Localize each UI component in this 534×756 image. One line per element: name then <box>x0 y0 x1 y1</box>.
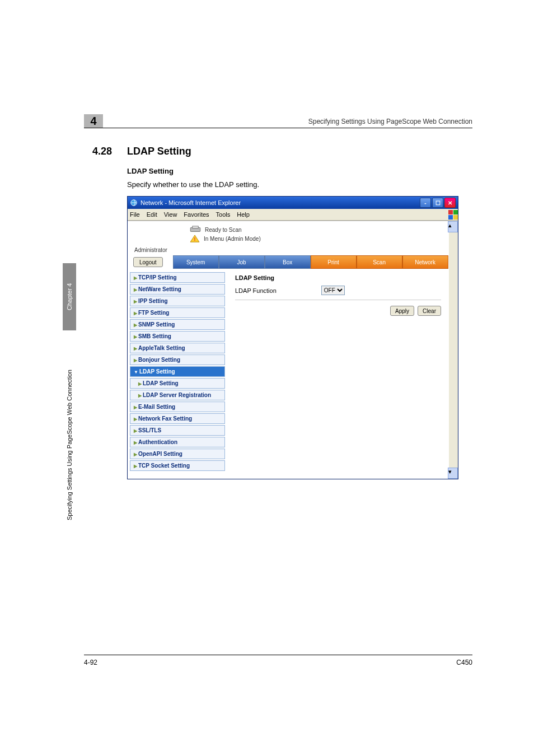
menu-view[interactable]: View <box>164 211 177 218</box>
divider <box>235 300 441 300</box>
tab-box[interactable]: Box <box>265 255 311 269</box>
tab-system[interactable]: System <box>173 255 219 269</box>
sidebar-item-label: IPP Setting <box>138 298 168 304</box>
windows-logo-icon <box>448 209 458 220</box>
window-titlebar: Network - Microsoft Internet Explorer ‐ … <box>128 197 458 209</box>
close-button[interactable]: ✕ <box>444 198 456 208</box>
body-text: Specify whether to use the LDAP setting. <box>127 180 259 189</box>
field-label-ldap-function: LDAP Function <box>235 287 277 294</box>
sidebar-item-label: LDAP Setting <box>139 368 175 375</box>
sidebar-item-label: Bonjour Setting <box>138 357 180 363</box>
form-row-ldap-function: LDAP Function OFF <box>235 286 441 295</box>
menu-help[interactable]: Help <box>237 211 250 218</box>
tab-row: Logout System Job Box Print Scan Network <box>128 255 449 269</box>
sidebar-item-label: TCP/IP Setting <box>138 274 177 281</box>
tab-print[interactable]: Print <box>311 255 357 269</box>
sidebar-item-label: FTP Setting <box>138 310 169 316</box>
sidebar-item-email[interactable]: ▶E-Mail Setting <box>130 402 225 412</box>
sidebar-item-label: SSL/TLS <box>138 427 161 433</box>
sidebar-item-auth[interactable]: ▶Authentication <box>130 437 225 447</box>
ldap-function-select[interactable]: OFF <box>321 286 345 295</box>
tab-scan[interactable]: Scan <box>357 255 402 269</box>
side-running-text: Specifying Settings Using PageScope Web … <box>63 330 76 560</box>
sidebar-item-label: TCP Socket Setting <box>138 463 190 469</box>
page-header: 4 Specifying Settings Using PageScope We… <box>84 112 472 128</box>
clear-button[interactable]: Clear <box>418 306 441 316</box>
ie-icon <box>130 199 138 207</box>
sidebar-item-label: LDAP Setting <box>143 380 179 386</box>
admin-label: Administrator <box>128 247 449 255</box>
printer-icon <box>189 226 202 234</box>
chapter-number: 4 <box>90 115 96 128</box>
section-heading: 4.28 LDAP Setting <box>92 146 191 157</box>
sidebar-item-label: Authentication <box>138 439 177 445</box>
status-text-2: In Menu (Admin Mode) <box>204 236 261 242</box>
section-title: LDAP Setting <box>127 146 191 157</box>
sidebar: ▶TCP/IP Setting ▶NetWare Setting ▶IPP Se… <box>128 269 227 479</box>
minimize-button[interactable]: ‐ <box>420 198 431 208</box>
sidebar-item-ldap[interactable]: ▼LDAP Setting <box>130 366 225 377</box>
side-strip: Chapter 4 Specifying Settings Using Page… <box>63 263 76 566</box>
status-row-1: Ready to Scan <box>128 221 449 235</box>
menu-tools[interactable]: Tools <box>216 211 231 218</box>
sidebar-item-label: SMB Setting <box>138 333 171 339</box>
sidebar-item-netware[interactable]: ▶NetWare Setting <box>130 284 225 295</box>
section-number: 4.28 <box>92 146 127 157</box>
browser-content: ▴ ▾ Ready to Scan ! In Menu (Admin Mode)… <box>128 221 458 479</box>
menu-edit[interactable]: Edit <box>147 211 157 218</box>
scrollbar-down[interactable]: ▾ <box>448 468 458 479</box>
svg-rect-2 <box>193 226 199 228</box>
ie-window: Network - Microsoft Internet Explorer ‐ … <box>127 196 458 479</box>
sidebar-item-ssltls[interactable]: ▶SSL/TLS <box>130 425 225 436</box>
main-panel: LDAP Setting LDAP Function OFF Apply Cle… <box>227 269 449 479</box>
sidebar-item-bonjour[interactable]: ▶Bonjour Setting <box>130 354 225 365</box>
warning-icon: ! <box>189 235 200 242</box>
footer-model: C450 <box>456 659 472 666</box>
sidebar-item-ldap-setting[interactable]: ▶LDAP Setting <box>130 378 225 389</box>
sidebar-item-tcpsocket[interactable]: ▶TCP Socket Setting <box>130 460 225 471</box>
sidebar-item-openapi[interactable]: ▶OpenAPI Setting <box>130 449 225 459</box>
panel-title: LDAP Setting <box>235 274 441 281</box>
apply-button[interactable]: Apply <box>390 306 414 316</box>
side-chapter-label: Chapter 4 <box>63 263 76 330</box>
sub-heading: LDAP Setting <box>127 167 174 175</box>
chapter-number-box: 4 <box>84 114 103 128</box>
menu-favorites[interactable]: Favorites <box>184 211 209 218</box>
scrollbar-up[interactable]: ▴ <box>448 221 458 232</box>
svg-text:!: ! <box>194 236 196 242</box>
window-title: Network - Microsoft Internet Explorer <box>140 199 420 206</box>
sidebar-item-label: AppleTalk Setting <box>138 345 185 351</box>
sidebar-item-ftp[interactable]: ▶FTP Setting <box>130 307 225 318</box>
sidebar-item-label: OpenAPI Setting <box>138 451 182 457</box>
tab-job[interactable]: Job <box>219 255 265 269</box>
sidebar-item-tcpip[interactable]: ▶TCP/IP Setting <box>130 272 225 283</box>
sidebar-item-label: NetWare Setting <box>138 286 181 292</box>
tab-network[interactable]: Network <box>402 255 448 269</box>
sidebar-item-appletalk[interactable]: ▶AppleTalk Setting <box>130 343 225 353</box>
sidebar-item-ipp[interactable]: ▶IPP Setting <box>130 296 225 306</box>
page-footer: 4-92 C450 <box>84 655 472 666</box>
sidebar-item-label: LDAP Server Registration <box>143 392 211 398</box>
logout-button[interactable]: Logout <box>133 257 163 267</box>
sidebar-item-label: E-Mail Setting <box>138 404 175 410</box>
status-text-1: Ready to Scan <box>205 227 242 233</box>
status-row-2: ! In Menu (Admin Mode) <box>128 235 449 247</box>
sidebar-item-label: Network Fax Setting <box>138 416 192 422</box>
sidebar-item-smb[interactable]: ▶SMB Setting <box>130 331 225 342</box>
sidebar-item-ldap-server-reg[interactable]: ▶LDAP Server Registration <box>130 390 225 400</box>
footer-page-number: 4-92 <box>84 659 97 666</box>
menu-bar: File Edit View Favorites Tools Help <box>128 209 458 221</box>
sidebar-item-networkfax[interactable]: ▶Network Fax Setting <box>130 413 225 424</box>
running-head: Specifying Settings Using PageScope Web … <box>308 118 472 128</box>
menu-file[interactable]: File <box>130 211 140 218</box>
sidebar-item-label: SNMP Setting <box>138 321 175 328</box>
sidebar-item-snmp[interactable]: ▶SNMP Setting <box>130 319 225 330</box>
maximize-button[interactable]: ☐ <box>432 198 443 208</box>
